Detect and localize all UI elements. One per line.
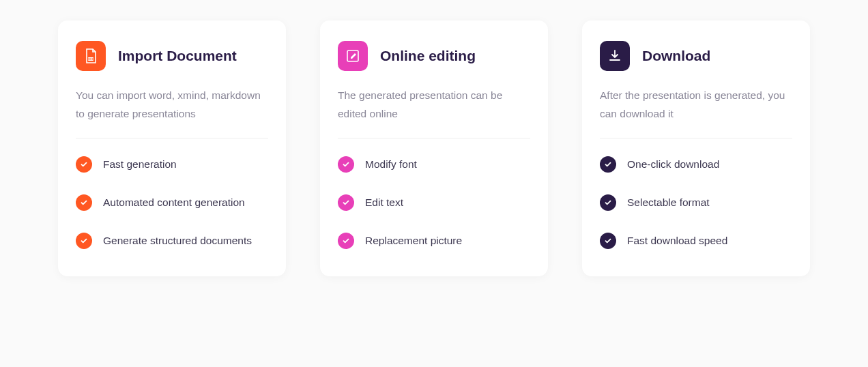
check-icon	[76, 156, 92, 173]
feature-item: Generate structured documents	[76, 233, 268, 249]
feature-cards-row: DOC Import Document You can import word,…	[58, 20, 810, 276]
feature-item: Automated content generation	[76, 194, 268, 211]
svg-text:DOC: DOC	[87, 57, 93, 61]
feature-text: Modify font	[365, 158, 417, 171]
card-title: Download	[642, 48, 710, 64]
card-header: Online editing	[338, 41, 530, 71]
check-icon	[338, 156, 354, 173]
card-header: DOC Import Document	[76, 41, 268, 71]
feature-text: Replacement picture	[365, 235, 462, 247]
download-icon	[600, 41, 630, 71]
check-icon	[600, 194, 616, 211]
card-import-document: DOC Import Document You can import word,…	[58, 20, 286, 276]
feature-item: Fast generation	[76, 156, 268, 173]
feature-text: Generate structured documents	[103, 235, 252, 247]
check-icon	[338, 233, 354, 249]
feature-text: Automated content generation	[103, 196, 245, 209]
card-header: Download	[600, 41, 792, 71]
card-online-editing: Online editing The generated presentatio…	[320, 20, 548, 276]
card-title: Online editing	[380, 48, 476, 64]
feature-list: One-click download Selectable format Fas…	[600, 156, 792, 249]
card-description: The generated presentation can be edited…	[338, 86, 530, 123]
feature-text: One-click download	[627, 158, 719, 171]
card-download: Download After the presentation is gener…	[582, 20, 810, 276]
feature-text: Fast download speed	[627, 235, 727, 247]
feature-text: Fast generation	[103, 158, 177, 171]
check-icon	[338, 194, 354, 211]
card-description: You can import word, xmind, markdown to …	[76, 86, 268, 123]
feature-item: Selectable format	[600, 194, 792, 211]
divider	[76, 138, 268, 138]
card-description: After the presentation is generated, you…	[600, 86, 792, 123]
feature-item: Modify font	[338, 156, 530, 173]
check-icon	[76, 194, 92, 211]
feature-text: Edit text	[365, 196, 403, 209]
divider	[338, 138, 530, 138]
feature-item: One-click download	[600, 156, 792, 173]
check-icon	[76, 233, 92, 249]
document-icon: DOC	[76, 41, 106, 71]
feature-item: Fast download speed	[600, 233, 792, 249]
feature-item: Replacement picture	[338, 233, 530, 249]
feature-text: Selectable format	[627, 196, 710, 209]
check-icon	[600, 233, 616, 249]
edit-icon	[338, 41, 368, 71]
divider	[600, 138, 792, 138]
feature-list: Modify font Edit text Replacement pictur…	[338, 156, 530, 249]
check-icon	[600, 156, 616, 173]
card-title: Import Document	[118, 48, 237, 64]
feature-list: Fast generation Automated content genera…	[76, 156, 268, 249]
feature-item: Edit text	[338, 194, 530, 211]
